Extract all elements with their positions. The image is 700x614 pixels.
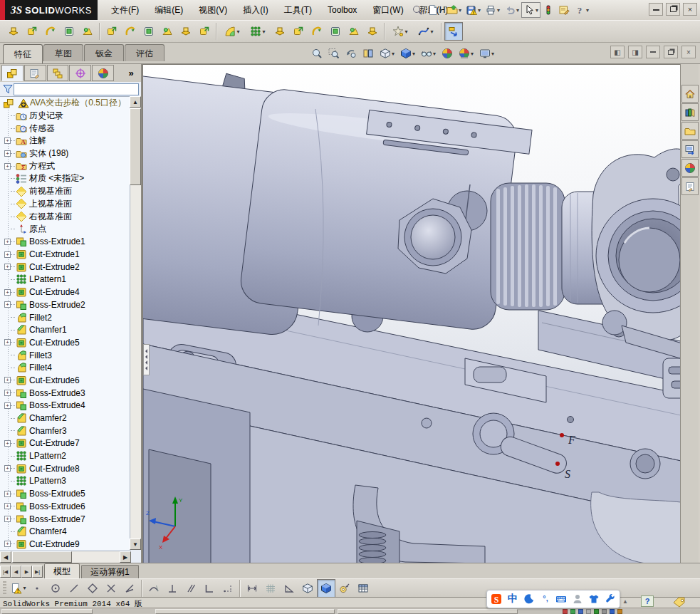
tree-item[interactable]: LPattern1 <box>0 274 131 286</box>
expand-toggle[interactable]: + <box>4 163 11 170</box>
pane-tabs-overflow[interactable]: » <box>123 65 139 81</box>
tree-item[interactable]: +Σ方程式 <box>0 160 131 172</box>
model-tab-模型[interactable]: 模型 <box>44 563 80 578</box>
tree-item[interactable]: 前视基准面 <box>0 185 131 198</box>
help-icon[interactable]: ?▾ <box>572 2 591 18</box>
view-orientation-icon[interactable]: ▾ <box>377 45 397 62</box>
toggle-right-pane-button[interactable]: ◨ <box>628 46 642 58</box>
doc-restore-button[interactable] <box>664 46 678 58</box>
tree-horizontal-scrollbar[interactable]: ◀ ▶ <box>0 551 131 563</box>
dimxpertmanager-tab[interactable] <box>69 65 91 81</box>
solidworks-resources-home-icon[interactable] <box>681 85 699 103</box>
scroll-right-button[interactable]: ▶ <box>120 551 131 563</box>
expand-toggle[interactable]: + <box>4 264 11 270</box>
expand-toggle[interactable]: + <box>4 491 11 497</box>
open-document-icon[interactable]: ▾ <box>444 2 464 18</box>
design-library-icon[interactable] <box>681 103 699 121</box>
spline-curves-icon[interactable]: ▾ <box>413 22 439 41</box>
tree-item[interactable]: +Boss-Extrude1 <box>0 236 131 249</box>
tree-item[interactable]: 传感器 <box>0 122 131 135</box>
fillet-icon[interactable]: ▾ <box>219 22 245 41</box>
expand-toggle[interactable]: + <box>4 339 11 345</box>
tree-item[interactable]: +A注解 <box>0 135 131 147</box>
menu-5[interactable]: Toolbox <box>320 2 365 18</box>
tab-评估[interactable]: 评估 <box>125 44 164 61</box>
tree-item[interactable]: Fillet2 <box>0 311 131 324</box>
tree-item[interactable]: +Cut-Extrude2 <box>0 261 131 274</box>
flex-icon[interactable] <box>41 22 60 41</box>
tab-nav-next[interactable]: ▶ <box>21 566 32 578</box>
rib-icon[interactable] <box>289 22 308 41</box>
tree-item[interactable]: +Cut-Extrude8 <box>0 462 131 475</box>
tree-item[interactable]: +Cut-Extrude9 <box>0 538 131 550</box>
tree-item[interactable]: 历史记录 <box>0 110 131 123</box>
expand-toggle[interactable]: + <box>4 390 11 396</box>
section-view-icon[interactable] <box>360 45 377 62</box>
tree-item[interactable]: Chamfer2 <box>0 412 131 425</box>
expand-toggle[interactable]: + <box>4 402 11 409</box>
tree-item[interactable]: 上视基准面 <box>0 198 131 211</box>
tray-icon[interactable] <box>563 609 568 614</box>
taskbar-button[interactable] <box>338 609 518 614</box>
snap-grid-icon[interactable] <box>261 579 280 598</box>
3d-viewport[interactable]: F S <box>142 64 680 563</box>
tree-item[interactable]: +Boss-Extrude4 <box>0 400 131 412</box>
settings-wrench-icon[interactable] <box>603 592 617 606</box>
toolbar-grip[interactable] <box>3 581 6 595</box>
forming-tool-icon[interactable] <box>103 22 121 41</box>
expand-toggle[interactable]: + <box>4 377 11 383</box>
tree-item[interactable]: +Boss-Extrude3 <box>0 387 131 400</box>
apply-scene-icon[interactable]: ▾ <box>456 45 476 62</box>
expand-toggle[interactable]: + <box>4 251 11 258</box>
sketched-bend-icon[interactable] <box>121 22 140 41</box>
linear-pattern-icon[interactable]: ▾ <box>245 22 271 41</box>
previous-view-icon[interactable] <box>343 45 360 62</box>
tree-item[interactable]: +Cut-Extrude1 <box>0 248 131 261</box>
tray-icon[interactable] <box>602 609 607 614</box>
shell-icon[interactable] <box>78 22 97 41</box>
expand-toggle[interactable]: + <box>4 516 11 522</box>
account-icon[interactable] <box>570 592 585 606</box>
tree-item[interactable]: 右视基准面 <box>0 210 131 223</box>
tree-item[interactable]: LPattern3 <box>0 475 131 488</box>
expand-toggle[interactable]: + <box>4 503 11 509</box>
tree-root-item[interactable]: AVA突击步枪（0.5口径） <box>0 97 131 110</box>
moon-mode-icon[interactable] <box>522 592 536 606</box>
tree-item[interactable]: +Cut-Extrude6 <box>0 374 131 387</box>
tree-item[interactable]: Chamfer4 <box>0 525 131 538</box>
zoom-to-fit-icon[interactable] <box>308 45 325 62</box>
snap-perpendicular-icon[interactable] <box>163 579 182 598</box>
snap-length-icon[interactable] <box>243 579 261 598</box>
punctuation-icon[interactable]: °, <box>538 592 553 606</box>
tree-item[interactable]: +Boss-Extrude2 <box>0 298 131 311</box>
toggle-left-pane-button[interactable]: ◧ <box>610 46 625 58</box>
combine-icon[interactable] <box>363 22 382 41</box>
search-icon[interactable] <box>409 2 425 18</box>
tray-icon[interactable] <box>570 609 575 614</box>
tab-nav-last[interactable]: ▶| <box>32 566 43 578</box>
doc-close-button[interactable]: × <box>681 46 696 58</box>
tree-item[interactable]: Chamfer3 <box>0 425 131 437</box>
propertymanager-tab[interactable] <box>24 65 46 81</box>
tree-item[interactable]: 材质 <未指定> <box>0 172 131 185</box>
menu-3[interactable]: 插入(I) <box>235 2 276 18</box>
snap-parallel-icon[interactable] <box>182 579 200 598</box>
hscroll-thumb[interactable] <box>12 551 72 563</box>
displaymanager-tab[interactable] <box>92 65 114 81</box>
tag-icon[interactable] <box>672 596 686 608</box>
sogou-logo-icon[interactable]: S <box>489 592 503 606</box>
tree-item[interactable]: +Cut-Extrude4 <box>0 286 131 298</box>
taskbar-button[interactable] <box>155 609 335 614</box>
pane-splitter-handle[interactable] <box>143 344 150 375</box>
expand-toggle[interactable]: + <box>4 440 11 447</box>
tree-item[interactable]: +Boss-Extrude6 <box>0 500 131 513</box>
insert-part-icon[interactable] <box>4 22 23 41</box>
menu-6[interactable]: 窗口(W) <box>365 2 411 18</box>
expand-toggle[interactable]: + <box>4 150 11 157</box>
menu-2[interactable]: 视图(V) <box>191 2 235 18</box>
tree-item[interactable]: +Boss-Extrude5 <box>0 487 131 500</box>
wrap-icon[interactable] <box>308 22 326 41</box>
view-settings-icon[interactable]: ▾ <box>476 45 497 62</box>
rifle-model-canvas[interactable]: F S <box>143 65 681 563</box>
menu-1[interactable]: 编辑(E) <box>147 2 191 18</box>
